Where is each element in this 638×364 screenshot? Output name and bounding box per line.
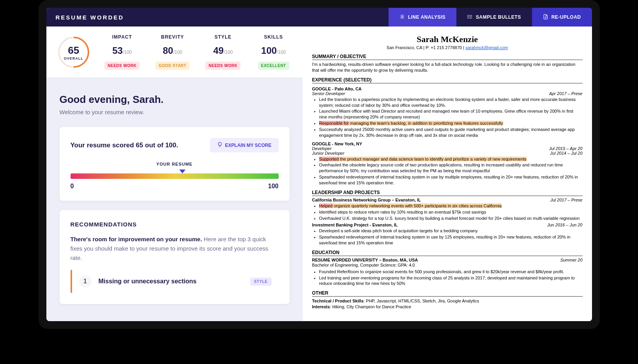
section-summary: SUMMARY / OBJECTIVE xyxy=(312,54,583,60)
highlighted-bullet[interactable]: Helped organize quarterly networking eve… xyxy=(319,203,583,209)
app-frame: RESUME WORDED LINE ANALYSIS SAMPLE BULLE… xyxy=(46,8,592,321)
resume-name: Sarah McKenzie xyxy=(312,34,583,44)
score-card: Your resume scored 65 out of 100. EXPLAI… xyxy=(60,127,290,201)
nav-label: LINE ANALYSIS xyxy=(408,14,445,20)
section-experience: EXPERIENCE (SELECTED) xyxy=(312,77,583,83)
section-education: EDUCATION xyxy=(312,250,583,256)
greeting: Good evening, Sarah. xyxy=(60,94,290,106)
score-ring: 65 OVERALL xyxy=(51,30,95,74)
highlighted-bullet[interactable]: Supported the product manager and data s… xyxy=(319,156,583,162)
overall-number: 65 xyxy=(64,44,83,56)
metric-brevity[interactable]: BREVITY 80/100 GOOD START xyxy=(147,34,198,70)
svg-point-6 xyxy=(468,18,468,18)
content-area: Good evening, Sarah. Welcome to your res… xyxy=(46,78,303,321)
highlighted-bullet[interactable]: Responsible for managing the team's back… xyxy=(319,120,583,126)
svg-point-5 xyxy=(468,16,468,17)
rec-item-title: Missing or unnecessary sections xyxy=(99,278,243,285)
upload-icon xyxy=(543,14,548,21)
metric-impact[interactable]: IMPACT 53/100 NEEDS WORK xyxy=(97,34,148,70)
topnav: LINE ANALYSIS SAMPLE BULLETS RE-UPLOAD xyxy=(389,8,592,27)
section-other: OTHER xyxy=(312,290,583,297)
rec-number: 1 xyxy=(79,275,92,288)
resume-contact: San Francisco, CA | P: +1 215 2778870 | … xyxy=(312,45,583,50)
lightbulb-icon xyxy=(217,142,223,148)
scorecard: 65 OVERALL IMPACT 53/100 NEEDS WORK BREV… xyxy=(46,27,303,78)
subgreeting: Welcome to your resume review. xyxy=(60,109,290,115)
explain-score-button[interactable]: EXPLAIN MY SCORE xyxy=(210,138,278,152)
metric-skills[interactable]: SKILLS 100/100 EXCELLENT xyxy=(248,34,299,70)
topbar: RESUME WORDED LINE ANALYSIS SAMPLE BULLE… xyxy=(46,8,592,27)
score-text: Your resume scored 65 out of 100. xyxy=(71,141,178,149)
nav-label: RE-UPLOAD xyxy=(551,14,581,20)
svg-point-4 xyxy=(468,15,468,15)
bullet-list: Developed a sell-side ideas pitch book o… xyxy=(319,228,583,246)
gauge-label: YOUR RESUME xyxy=(71,162,279,166)
gauge-pointer-icon xyxy=(78,168,286,175)
bullet-list: Supported the product manager and data s… xyxy=(319,156,583,186)
bullet-list: Founded ReferRoom to organize social eve… xyxy=(319,269,583,287)
nav-line-analysis[interactable]: LINE ANALYSIS xyxy=(389,8,456,27)
recommendations-card: RECOMMENDATIONS There's room for improve… xyxy=(60,210,290,304)
nav-label: SAMPLE BULLETS xyxy=(476,14,521,20)
left-panel: 65 OVERALL IMPACT 53/100 NEEDS WORK BREV… xyxy=(46,27,303,321)
bullet-list: Helped organize quarterly networking eve… xyxy=(319,203,583,221)
list-icon xyxy=(467,14,473,21)
resume-preview: Sarah McKenzie San Francisco, CA | P: +1… xyxy=(303,27,592,321)
svg-point-0 xyxy=(401,16,403,18)
recommendations-intro: There's room for improvement on your res… xyxy=(71,235,279,263)
resume-email-link[interactable]: sarahmck@gmail.com xyxy=(465,45,508,50)
overall-label: OVERALL xyxy=(64,56,83,60)
recommendations-title: RECOMMENDATIONS xyxy=(71,221,279,228)
rec-category-badge: STYLE xyxy=(250,277,272,286)
nav-reupload[interactable]: RE-UPLOAD xyxy=(532,8,592,27)
status-badge: NEEDS WORK xyxy=(205,62,240,70)
section-leadership: LEADERSHIP AND PROJECTS xyxy=(312,190,583,196)
line-icon xyxy=(399,14,405,21)
logo: RESUME WORDED xyxy=(46,8,134,27)
bullet-list: Led the transition to a paperless practi… xyxy=(319,97,583,138)
status-badge: NEEDS WORK xyxy=(104,62,140,70)
overall-score: 65 OVERALL xyxy=(50,34,97,70)
nav-sample-bullets[interactable]: SAMPLE BULLETS xyxy=(456,8,532,27)
main: 65 OVERALL IMPACT 53/100 NEEDS WORK BREV… xyxy=(46,27,592,321)
gauge-labels: 0 100 xyxy=(71,183,279,190)
status-badge: GOOD START xyxy=(156,62,189,70)
status-badge: EXCELLENT xyxy=(258,62,289,70)
recommendation-item[interactable]: 1 Missing or unnecessary sections STYLE xyxy=(71,270,279,293)
metric-style[interactable]: STYLE 49/100 NEEDS WORK xyxy=(198,34,249,70)
